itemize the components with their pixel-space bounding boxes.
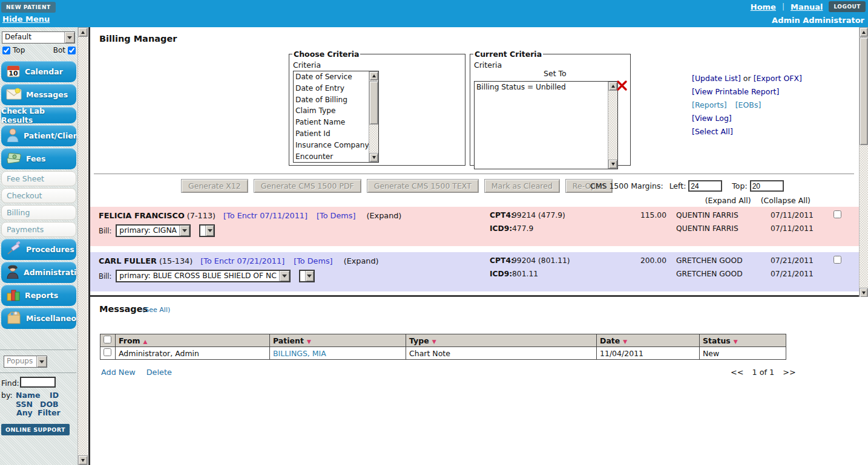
sidebar-item-reports[interactable]: Reports (1, 285, 76, 306)
scroll-down-arrow[interactable] (608, 160, 617, 169)
manual-link[interactable]: Manual (791, 2, 823, 11)
home-link[interactable]: Home (751, 2, 776, 11)
current-criteria-item[interactable]: Billing Status = Unbilled (475, 82, 617, 93)
scroll-up-arrow[interactable] (369, 71, 378, 80)
top-margin-input[interactable] (750, 180, 784, 192)
row-select-checkbox[interactable] (833, 210, 841, 218)
criteria-option[interactable]: Insurance Company (294, 140, 378, 151)
find-input[interactable] (20, 377, 56, 388)
expand-all-link[interactable]: (Expand All) (705, 196, 751, 205)
message-select-checkbox[interactable] (104, 348, 111, 356)
sidebar-item-messages[interactable]: Messages (1, 84, 76, 105)
remove-criteria-icon[interactable] (616, 80, 628, 93)
sidebar-item-calendar[interactable]: 10 Calendar (1, 61, 76, 82)
scroll-down-arrow[interactable] (860, 288, 868, 298)
scroll-down-arrow[interactable] (369, 153, 378, 162)
date-header[interactable]: Date▼ (597, 334, 700, 347)
scroll-down-arrow[interactable] (78, 455, 88, 465)
find-by-ssn-link[interactable]: SSN (16, 400, 33, 409)
scrollbar-thumb[interactable] (369, 81, 378, 125)
find-by-dob-link[interactable]: DOB (40, 400, 59, 409)
choose-criteria-listbox[interactable]: Date of Service Date of Entry Date of Bi… (293, 71, 379, 163)
to-demographics-link[interactable]: [To Dems] (317, 211, 355, 220)
criteria-option[interactable]: Patient Id (294, 128, 378, 140)
insurance-select[interactable]: primary: BLUE CROSS BLUE SHIELD OF NC (116, 270, 290, 282)
chevron-down-icon[interactable] (179, 226, 189, 236)
sidebar-item-miscellaneous[interactable]: Miscellaneous (1, 308, 76, 329)
logout-button[interactable]: LOGOUT (829, 1, 866, 12)
see-all-link[interactable]: (See All) (142, 306, 170, 314)
find-by-id-link[interactable]: ID (50, 391, 59, 400)
type-header[interactable]: Type▼ (406, 334, 597, 347)
left-margin-input[interactable] (688, 180, 722, 192)
secondary-select[interactable] (199, 224, 215, 237)
chevron-down-icon[interactable] (305, 271, 314, 281)
find-by-any-link[interactable]: Any (16, 408, 33, 417)
add-new-link[interactable]: Add New (101, 368, 136, 377)
collapse-all-link[interactable]: (Collapse All) (761, 196, 810, 205)
sidebar-item-payments[interactable]: Payments (1, 222, 76, 237)
sidebar-item-procedures[interactable]: Procedures (1, 239, 76, 260)
find-filter-link[interactable]: Filter (38, 408, 61, 417)
criteria-option[interactable]: Patient Name (294, 117, 378, 128)
eobs-link[interactable]: [EOBs] (735, 100, 761, 109)
criteria-option[interactable]: Encounter (294, 151, 378, 163)
mark-as-cleared-button[interactable]: Mark as Cleared (484, 179, 560, 193)
expand-row-link[interactable]: (Expand) (344, 256, 379, 265)
listbox-scrollbar[interactable] (608, 82, 617, 169)
select-all-link[interactable]: [Select All] (692, 127, 733, 136)
scroll-up-arrow[interactable] (860, 27, 868, 37)
patient-header[interactable]: Patient▼ (270, 334, 406, 347)
next-page-link[interactable]: >> (783, 368, 795, 377)
bot-frame-checkbox[interactable] (68, 47, 76, 54)
prev-page-link[interactable]: << (731, 368, 743, 377)
chevron-down-icon[interactable] (64, 32, 74, 43)
sidebar-scrollbar[interactable] (77, 27, 88, 465)
criteria-option[interactable]: Claim Type (294, 105, 378, 117)
current-criteria-listbox[interactable]: Billing Status = Unbilled (474, 81, 618, 169)
top-frame-checkbox[interactable] (2, 47, 10, 54)
sidebar-item-fee-sheet[interactable]: Fee Sheet (1, 171, 76, 186)
insurance-select[interactable]: primary: CIGNA (116, 224, 191, 237)
criteria-option[interactable]: Date of Billing (294, 94, 378, 106)
patient-link[interactable]: BILLINGS, MIA (273, 349, 326, 358)
view-log-link[interactable]: [View Log] (692, 114, 732, 123)
scrollbar-thumb[interactable] (860, 37, 868, 145)
update-list-link[interactable]: [Update List] (692, 74, 741, 83)
hide-menu-link[interactable]: Hide Menu (2, 15, 50, 24)
main-scrollbar[interactable] (859, 27, 868, 298)
listbox-scrollbar[interactable] (369, 71, 378, 162)
sidebar-item-fees[interactable]: Fees (1, 148, 76, 169)
to-encounter-link[interactable]: [To Enctr 07/21/2011] (200, 256, 284, 265)
expand-row-link[interactable]: (Expand) (367, 211, 402, 220)
export-ofx-link[interactable]: [Export OFX] (754, 74, 802, 83)
view-printable-report-link[interactable]: [View Printable Report] (692, 87, 779, 96)
criteria-option[interactable]: Date of Service (294, 71, 378, 83)
sidebar-item-administration[interactable]: Administration (1, 262, 76, 283)
chevron-down-icon[interactable] (205, 226, 214, 236)
select-all-checkbox[interactable] (104, 336, 111, 343)
new-patient-button[interactable]: NEW PATIENT (1, 2, 56, 13)
sidebar-item-check-lab-results[interactable]: Check Lab Results (1, 107, 76, 123)
sidebar-item-patient-client[interactable]: Patient/Client (1, 125, 76, 146)
generate-cms1500-pdf-button[interactable]: Generate CMS 1500 PDF (254, 179, 361, 193)
status-header[interactable]: Status▼ (700, 334, 786, 347)
generate-x12-button[interactable]: Generate X12 (181, 179, 248, 193)
sidebar-item-billing[interactable]: Billing (1, 205, 76, 220)
find-by-name-link[interactable]: Name (16, 391, 40, 400)
sidebar-item-checkout[interactable]: Checkout (1, 188, 76, 203)
popups-select[interactable]: Popups (4, 356, 47, 368)
from-header[interactable]: From▲ (116, 334, 270, 347)
reports-link[interactable]: [Reports] (692, 100, 727, 109)
to-encounter-link[interactable]: [To Enctr 07/11/2011] (223, 211, 307, 220)
criteria-option[interactable]: Date of Entry (294, 83, 378, 94)
chevron-down-icon[interactable] (279, 271, 289, 281)
layout-select[interactable]: Default (2, 31, 75, 44)
online-support-button[interactable]: ONLINE SUPPORT (1, 424, 70, 435)
delete-link[interactable]: Delete (146, 368, 172, 377)
generate-cms1500-text-button[interactable]: Generate CMS 1500 TEXT (367, 179, 479, 193)
chevron-down-icon[interactable] (36, 356, 47, 367)
scroll-up-arrow[interactable] (78, 27, 88, 37)
to-demographics-link[interactable]: [To Dems] (294, 256, 332, 265)
row-select-checkbox[interactable] (833, 256, 841, 264)
